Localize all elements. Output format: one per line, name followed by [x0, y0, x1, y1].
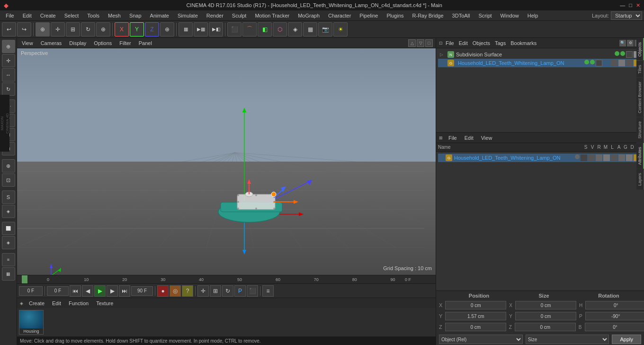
obj-file-btn[interactable]: File [444, 40, 456, 46]
tab-attributes[interactable]: Attributes [636, 143, 644, 169]
attr-cam-icon[interactable] [581, 154, 587, 161]
rotate-tool-btn[interactable]: ↻ [81, 22, 95, 36]
obj-search-btn[interactable]: 🔍 [619, 40, 626, 46]
vp-filter-btn[interactable]: Filter [117, 40, 133, 46]
obj-tag2-household[interactable] [611, 60, 617, 66]
keyframe-btn[interactable]: ? [182, 285, 193, 297]
scale-btn[interactable]: ↔ [2, 68, 15, 82]
coord-y-pos-field[interactable] [445, 312, 506, 320]
rotate-key-btn[interactable]: ↻ [222, 285, 233, 297]
attr-row-household[interactable]: G Household_LED_Teeth_Whitening_Lamp_ON [438, 154, 642, 162]
coord-y-size-field[interactable] [515, 312, 576, 320]
vp-expand-btn[interactable]: △ [408, 39, 416, 47]
coord-system-select[interactable]: Object (Rel) [439, 335, 523, 344]
obj-tags-btn[interactable]: Tags [493, 40, 508, 46]
vp-panel-btn[interactable]: Panel [137, 40, 154, 46]
timeline-btn[interactable]: ≡ [262, 285, 274, 297]
light-btn[interactable]: ☀ [333, 22, 348, 36]
mat-create-btn[interactable]: Create [27, 300, 46, 306]
scale-tool-btn[interactable]: ⊞ [66, 22, 80, 36]
menu-select[interactable]: Select [61, 12, 83, 19]
scene-btn[interactable]: ▦ [303, 22, 317, 36]
coord-x-pos-field[interactable] [445, 301, 506, 309]
camera-btn[interactable]: 📷 [318, 22, 332, 36]
menu-edit[interactable]: Edit [19, 12, 36, 19]
object-btn[interactable]: ◈ [288, 22, 302, 36]
mat-edit-btn[interactable]: Edit [50, 300, 63, 306]
move-tool-btn[interactable]: ✛ [51, 22, 65, 36]
menu-vray[interactable]: R-Ray Bridge [409, 12, 447, 19]
redo-btn[interactable]: ↪ [17, 22, 31, 36]
maximize-btn[interactable]: □ [629, 2, 632, 9]
menu-simulate[interactable]: Simulate [174, 12, 202, 19]
obj-tag3-household[interactable] [618, 60, 625, 66]
coord-h-field[interactable] [585, 301, 644, 309]
more-btn[interactable]: ▦ [2, 267, 15, 281]
vp-view-btn[interactable]: View [20, 40, 35, 46]
auto-keyframe-btn[interactable]: ◎ [170, 285, 181, 297]
tab-objects[interactable]: Objects [636, 38, 644, 61]
snap-btn[interactable]: ⊡ [2, 173, 15, 187]
attr-ctrl2[interactable] [603, 154, 610, 161]
render-region-btn[interactable]: ▦ [179, 22, 193, 36]
render-active-btn[interactable]: ▶▦ [194, 22, 208, 36]
obj-render-dot[interactable] [620, 51, 625, 56]
coord-b-field[interactable] [585, 323, 644, 331]
menu-render[interactable]: Render [203, 12, 227, 19]
coord-z-pos-field[interactable] [445, 323, 506, 331]
attr-ctrl5[interactable] [626, 154, 633, 161]
menu-window[interactable]: Window [497, 12, 523, 19]
vp-cameras-btn[interactable]: Cameras [39, 40, 64, 46]
rotate-btn[interactable]: ↻ [2, 82, 15, 96]
param-key-btn[interactable]: P [234, 285, 246, 297]
minimize-btn[interactable]: — [620, 2, 625, 9]
attr-vis-dot[interactable] [575, 154, 580, 159]
last-frame-btn[interactable]: ⏭ [119, 285, 130, 297]
menu-create[interactable]: Create [36, 12, 60, 19]
attr-file-btn[interactable]: File [447, 135, 459, 141]
floor-btn[interactable]: ⬜ [2, 222, 15, 235]
attr-ctrl1[interactable] [596, 154, 602, 161]
current-frame-field[interactable] [19, 286, 43, 296]
vp-fullscreen-btn[interactable]: □ [425, 39, 433, 47]
attr-ctrl4[interactable] [618, 154, 625, 161]
nurbs-btn[interactable]: ◧ [258, 22, 272, 36]
spline-btn[interactable]: ⌒ [242, 22, 257, 36]
menu-mograph[interactable]: MoGraph [294, 12, 323, 19]
first-frame-btn[interactable]: ⏮ [70, 285, 81, 297]
obj-bookmarks-btn[interactable]: Bookmarks [509, 40, 538, 46]
vp-collapse-btn[interactable]: ▽ [417, 39, 424, 47]
paint-btn[interactable]: S [2, 191, 15, 204]
menu-pipeline[interactable]: Pipeline [356, 12, 382, 19]
render-btn[interactable]: ▶◧ [209, 22, 223, 36]
tab-content-browser[interactable]: Content Browser [636, 77, 644, 117]
x-axis-btn[interactable]: X [115, 22, 129, 36]
obj-row-household[interactable]: G Household_LED_Teeth_Whitening_Lamp_ON [438, 59, 642, 67]
z-axis-btn[interactable]: Z [145, 22, 159, 36]
cube-btn[interactable]: ⬛ [227, 22, 242, 36]
vp-display-btn[interactable]: Display [67, 40, 88, 46]
mat-function-btn[interactable]: Function [67, 300, 90, 306]
record-btn[interactable]: ● [157, 285, 169, 297]
obj-render-household[interactable] [590, 60, 595, 64]
material-item-housing[interactable]: Housing [19, 310, 44, 335]
layer-btn[interactable]: ≡ [2, 253, 15, 266]
start-frame-field[interactable] [47, 286, 69, 296]
move-key-btn[interactable]: ✛ [197, 285, 209, 297]
coord-z-size-field[interactable] [515, 323, 576, 331]
menu-motion-tracker[interactable]: Motion Tracker [251, 12, 293, 19]
close-btn[interactable]: ✕ [636, 2, 640, 9]
select-tool-btn[interactable]: ⊕ [36, 22, 50, 36]
menu-character[interactable]: Character [324, 12, 355, 19]
obj-settings-btn[interactable]: ⚙ [627, 40, 634, 46]
material-manager-btn[interactable]: ◈ [2, 236, 15, 249]
attr-edit-btn[interactable]: Edit [463, 135, 475, 141]
all-key-btn[interactable]: ⬛ [247, 285, 258, 297]
attr-view-btn[interactable]: View [479, 135, 494, 141]
next-frame-btn[interactable]: ▶ [107, 285, 118, 297]
menu-3dtoall[interactable]: 3DToAll [448, 12, 474, 19]
menu-snap[interactable]: Snap [125, 12, 145, 19]
obj-row-subdivision[interactable]: ▷ N Subdivision Surface [438, 50, 642, 59]
modeling-axis-btn[interactable]: ⊕ [2, 159, 15, 172]
obj-edit-btn[interactable]: Edit [457, 40, 470, 46]
